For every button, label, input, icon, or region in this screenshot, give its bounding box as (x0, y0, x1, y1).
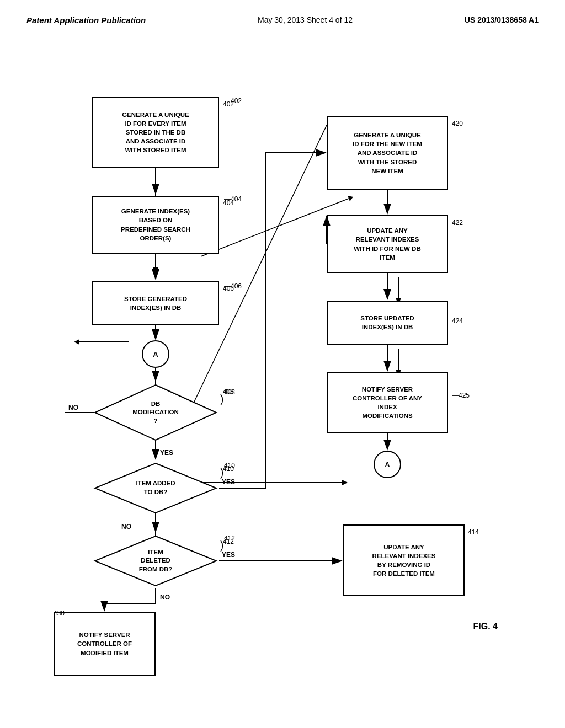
diamond-408: DBMODIFICATION? (92, 382, 219, 443)
ref-404: 404 (223, 199, 234, 207)
svg-text:NO: NO (121, 523, 131, 531)
ref-412: 412 (223, 538, 234, 545)
diamond-410: ITEM ADDEDTO DB? (92, 461, 219, 516)
svg-text:YES: YES (160, 449, 173, 457)
fig-label: FIG. 4 (473, 622, 498, 631)
box-404: GENERATE INDEX(ES) BASED ON PREDEFINED S… (92, 196, 219, 254)
ref-406: 406 (223, 285, 234, 292)
circle-a-bottom-right: A (374, 451, 401, 478)
header-center: May 30, 2013 Sheet 4 of 12 (258, 15, 353, 24)
box-430: NOTIFY SERVER CONTROLLER OF MODIFIED ITE… (54, 612, 156, 676)
svg-text:YES: YES (222, 551, 235, 559)
svg-marker-14 (153, 453, 158, 458)
diagram-area: GENERATE A UNIQUE ID FOR EVERY ITEM STOR… (34, 30, 531, 676)
ref-424: 424 (452, 317, 463, 325)
box-402: GENERATE A UNIQUE ID FOR EVERY ITEM STOR… (92, 97, 219, 168)
svg-marker-9 (74, 339, 79, 345)
ref-402: 402 (223, 100, 234, 108)
page: Patent Application Publication May 30, 2… (0, 0, 565, 728)
header: Patent Application Publication May 30, 2… (0, 0, 565, 30)
ref-414: 414 (468, 528, 479, 536)
box-425: NOTIFY SERVER CONTROLLER OF ANY INDEX MO… (327, 372, 448, 433)
ref-430: 430 (54, 609, 65, 617)
ref-410: 410 (223, 465, 234, 473)
svg-marker-27 (348, 196, 353, 201)
svg-text:NO: NO (160, 593, 170, 601)
circle-a-top: A (142, 340, 169, 368)
box-424: STORE UPDATED INDEX(ES) IN DB (327, 301, 448, 345)
header-right: US 2013/0138658 A1 (465, 15, 539, 24)
box-414: UPDATE ANY RELEVANT INDEXES BY REMOVING … (343, 524, 465, 596)
box-422: UPDATE ANY RELEVANT INDEXES WITH ID FOR … (327, 215, 448, 273)
svg-text:YES: YES (222, 478, 235, 486)
box-420: GENERATE A UNIQUE ID FOR THE NEW ITEM AN… (327, 116, 448, 190)
ref-425-bracket: —425 (452, 392, 470, 399)
ref-422: 422 (452, 219, 463, 227)
header-left: Patent Application Publication (26, 15, 146, 25)
ref-420: 420 (452, 120, 463, 127)
box-406: STORE GENERATED INDEX(ES) IN DB (92, 281, 219, 325)
svg-marker-5 (153, 267, 158, 273)
ref-408: 408 (223, 388, 234, 395)
svg-marker-16 (342, 480, 348, 485)
svg-text:NO: NO (68, 404, 78, 411)
diamond-412: ITEMDELETEDFROM DB? (92, 533, 219, 588)
